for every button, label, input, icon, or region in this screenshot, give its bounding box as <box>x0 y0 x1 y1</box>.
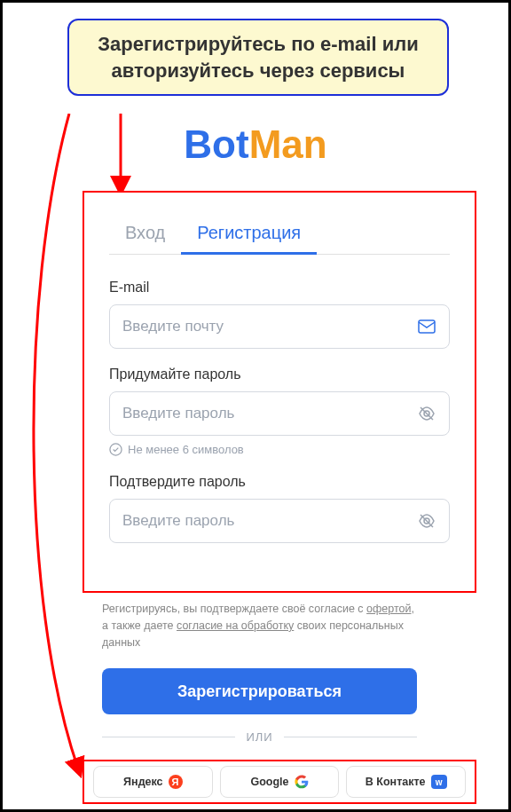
vk-login-button[interactable]: В Контакте w <box>346 766 466 798</box>
confirm-input-wrapper[interactable] <box>109 499 450 543</box>
email-field-group: E-mail <box>109 280 450 349</box>
password-label: Придумайте пароль <box>109 367 450 382</box>
envelope-icon <box>417 317 436 336</box>
password-input[interactable] <box>122 405 417 422</box>
email-input[interactable] <box>122 318 417 335</box>
divider-line-right <box>284 737 417 737</box>
password-field-group: Придумайте пароль Не менее 6 символов <box>109 367 450 456</box>
eye-off-icon[interactable] <box>417 404 436 423</box>
email-label: E-mail <box>109 280 450 296</box>
instruction-callout: Зарегистрируйтесь по e-mail или авторизу… <box>67 19 449 96</box>
yandex-label: Яндекс <box>123 776 162 788</box>
confirm-field-group: Подтвердите пароль <box>109 474 450 543</box>
consent-text: Регистрируясь, вы подтверждаете своё сог… <box>102 601 423 650</box>
confirm-label: Подтвердите пароль <box>109 474 450 490</box>
logo-part2: Man <box>249 122 327 166</box>
svg-rect-1 <box>419 320 435 333</box>
password-input-wrapper[interactable] <box>109 391 450 436</box>
divider-line-left <box>102 737 235 737</box>
yandex-icon: Я <box>169 775 183 789</box>
vk-label: В Контакте <box>366 776 426 788</box>
vk-icon: w <box>431 775 447 789</box>
tab-register[interactable]: Регистрация <box>181 214 317 254</box>
confirm-input[interactable] <box>122 512 417 530</box>
google-icon <box>295 775 309 789</box>
auth-tabs: Вход Регистрация <box>109 214 450 255</box>
registration-form-highlight: Вход Регистрация E-mail Придумайте парол… <box>83 191 476 593</box>
google-label: Google <box>250 776 288 788</box>
logo-part1: Bot <box>184 122 248 166</box>
google-login-button[interactable]: Google <box>220 766 340 798</box>
arrow-to-form-icon <box>107 114 134 198</box>
social-login-highlight: Яндекс Я Google В Контакте w <box>83 760 476 804</box>
offer-link[interactable]: офертой <box>366 603 411 615</box>
password-hint: Не менее 6 символов <box>109 443 450 456</box>
tab-login[interactable]: Вход <box>109 214 181 254</box>
callout-text: Зарегистрируйтесь по e-mail или авторизу… <box>87 31 429 83</box>
data-processing-link[interactable]: согласие на обработку <box>177 619 294 632</box>
email-input-wrapper[interactable] <box>109 304 450 349</box>
checkmark-circle-icon <box>109 443 122 456</box>
yandex-login-button[interactable]: Яндекс Я <box>93 766 213 798</box>
divider: ИЛИ <box>102 730 417 744</box>
divider-text: ИЛИ <box>246 730 272 744</box>
hint-text: Не менее 6 символов <box>128 443 244 456</box>
eye-off-icon[interactable] <box>417 511 436 531</box>
register-button[interactable]: Зарегистрироваться <box>102 668 417 714</box>
logo: BotMan <box>184 122 326 167</box>
svg-point-4 <box>110 444 122 455</box>
